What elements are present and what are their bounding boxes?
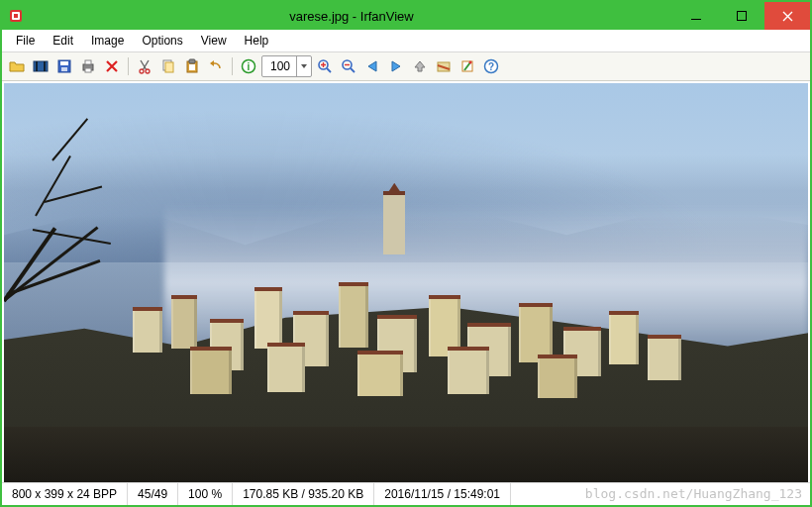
delete-icon[interactable] bbox=[101, 55, 123, 77]
titlebar[interactable]: varese.jpg - IrfanView bbox=[2, 2, 810, 30]
status-spacer bbox=[511, 483, 810, 505]
cut-icon[interactable] bbox=[134, 55, 155, 77]
window-buttons bbox=[673, 2, 810, 30]
undo-icon[interactable] bbox=[205, 55, 227, 77]
close-button[interactable] bbox=[764, 2, 810, 30]
svg-point-13 bbox=[146, 69, 150, 73]
prev-icon[interactable] bbox=[361, 55, 383, 77]
menu-edit[interactable]: Edit bbox=[45, 32, 81, 50]
app-icon bbox=[8, 8, 24, 24]
status-filesize: 170.85 KB / 935.20 KB bbox=[233, 483, 374, 505]
status-datetime: 2016/11/15 / 15:49:01 bbox=[374, 483, 511, 505]
zoom-value: 100 bbox=[262, 59, 296, 73]
settings-icon[interactable] bbox=[457, 55, 478, 77]
svg-text:?: ? bbox=[488, 61, 494, 72]
status-zoom: 100 % bbox=[178, 483, 233, 505]
chevron-down-icon[interactable] bbox=[296, 56, 311, 76]
svg-rect-11 bbox=[85, 68, 91, 72]
toolbar-separator bbox=[232, 57, 233, 75]
dir-up-icon[interactable] bbox=[409, 55, 431, 77]
next-icon[interactable] bbox=[385, 55, 407, 77]
toolbar: i 100 ? bbox=[2, 52, 810, 81]
print-icon[interactable] bbox=[77, 55, 99, 77]
svg-rect-10 bbox=[85, 60, 91, 64]
image-canvas[interactable] bbox=[2, 81, 810, 482]
menu-view[interactable]: View bbox=[193, 32, 235, 50]
svg-rect-17 bbox=[189, 59, 195, 63]
svg-rect-18 bbox=[189, 64, 195, 70]
zoom-in-icon[interactable] bbox=[314, 55, 336, 77]
status-frame: 45/49 bbox=[128, 483, 178, 505]
svg-text:i: i bbox=[248, 61, 251, 72]
window-title: varese.jpg - IrfanView bbox=[30, 9, 673, 24]
status-dimensions: 800 x 399 x 24 BPP bbox=[2, 483, 128, 505]
menu-help[interactable]: Help bbox=[237, 32, 277, 50]
help-icon[interactable]: ? bbox=[480, 55, 502, 77]
svg-point-12 bbox=[140, 69, 144, 73]
zoom-combo[interactable]: 100 bbox=[261, 55, 312, 77]
statusbar: 800 x 399 x 24 BPP 45/49 100 % 170.85 KB… bbox=[2, 482, 810, 505]
svg-rect-8 bbox=[61, 67, 67, 71]
open-icon[interactable] bbox=[6, 55, 28, 77]
menubar: File Edit Image Options View Help bbox=[2, 30, 810, 52]
svg-rect-15 bbox=[165, 62, 173, 72]
minimize-button[interactable] bbox=[673, 2, 719, 30]
toolbar-separator bbox=[128, 57, 129, 75]
menu-options[interactable]: Options bbox=[134, 32, 190, 50]
slideshow-icon[interactable] bbox=[30, 55, 51, 77]
svg-rect-2 bbox=[14, 14, 18, 18]
svg-rect-4 bbox=[36, 61, 38, 71]
svg-rect-7 bbox=[60, 61, 68, 65]
svg-point-25 bbox=[469, 61, 472, 64]
paste-icon[interactable] bbox=[181, 55, 203, 77]
menu-file[interactable]: File bbox=[8, 32, 43, 50]
app-window: varese.jpg - IrfanView File Edit Image O… bbox=[0, 0, 812, 507]
zoom-out-icon[interactable] bbox=[338, 55, 359, 77]
copy-icon[interactable] bbox=[157, 55, 179, 77]
displayed-image bbox=[4, 83, 808, 482]
save-icon[interactable] bbox=[53, 55, 75, 77]
maximize-button[interactable] bbox=[719, 2, 764, 30]
svg-rect-5 bbox=[44, 61, 46, 71]
menu-image[interactable]: Image bbox=[83, 32, 132, 50]
info-icon[interactable]: i bbox=[238, 55, 259, 77]
scan-icon[interactable] bbox=[433, 55, 455, 77]
